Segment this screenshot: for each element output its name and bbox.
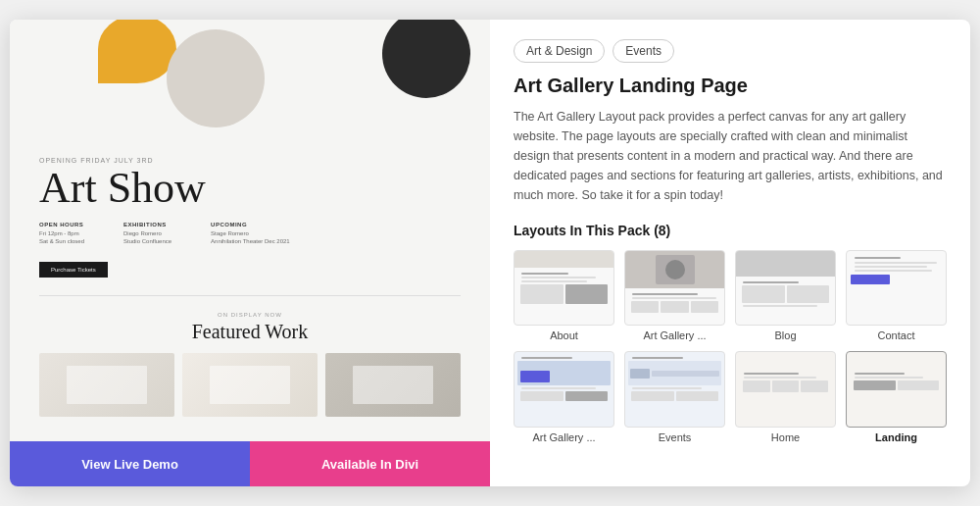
layout-label-contact: Contact <box>878 329 915 341</box>
shape-gray <box>167 29 265 127</box>
gallery-thumb-3 <box>325 353 461 417</box>
on-display-text: On Display Now <box>39 312 461 318</box>
open-hours-col: Open Hours Fri 12pm - 8pmSat & Sun close… <box>39 222 84 246</box>
layout-label-landing: Landing <box>875 431 917 443</box>
art-show-title: Art Show <box>39 167 461 210</box>
view-live-demo-button[interactable]: View Live Demo <box>10 441 250 486</box>
layout-thumb-blog <box>735 250 836 326</box>
featured-section: On Display Now Featured Work <box>10 304 490 425</box>
layout-thumb-events <box>624 351 725 427</box>
layout-item-home[interactable]: Home <box>735 351 836 442</box>
layout-thumb-artgallery1 <box>624 250 725 326</box>
art-show-meta: Open Hours Fri 12pm - 8pmSat & Sun close… <box>39 222 461 246</box>
layout-thumb-contact <box>846 250 947 326</box>
tag-events[interactable]: Events <box>612 39 674 63</box>
layout-item-artgallery2[interactable]: Art Gallery ... <box>514 351 614 442</box>
modal-container: Opening Friday July 3rd Art Show Open Ho… <box>10 20 970 486</box>
layout-thumb-home <box>735 351 836 427</box>
shape-yellow <box>98 20 176 83</box>
layout-item-about[interactable]: About <box>514 250 614 341</box>
divider <box>39 295 461 296</box>
layouts-grid: About <box>514 250 947 443</box>
layout-label-artgallery1: Art Gallery ... <box>643 329 706 341</box>
open-hours-value: Fri 12pm - 8pmSat & Sun closed <box>39 229 84 246</box>
preview-area: Opening Friday July 3rd Art Show Open Ho… <box>10 20 490 441</box>
upcoming-value: Stage RomeroAnnihilation Theater Dec 202… <box>211 229 290 246</box>
layout-label-home: Home <box>771 431 800 443</box>
art-show-main: Opening Friday July 3rd Art Show Open Ho… <box>10 147 490 287</box>
layout-thumb-about <box>514 250 614 326</box>
purchase-tickets-button[interactable]: Purchase Tickets <box>39 262 108 278</box>
layout-item-contact[interactable]: Contact <box>846 250 947 341</box>
available-in-divi-button[interactable]: Available In Divi <box>250 441 490 486</box>
exhibitions-label: Exhibitions <box>123 222 172 228</box>
tags-row: Art & Design Events <box>514 39 947 63</box>
upcoming-col: Upcoming Stage RomeroAnnihilation Theate… <box>211 222 290 246</box>
exhibitions-value: Diego RomeroStudio Confluence <box>123 229 172 246</box>
layout-thumb-artgallery2 <box>514 351 614 427</box>
layout-item-blog[interactable]: Blog <box>735 250 836 341</box>
right-panel: Art & Design Events Art Gallery Landing … <box>490 20 970 486</box>
layouts-heading: Layouts In This Pack (8) <box>514 223 947 238</box>
featured-title: Featured Work <box>39 321 461 343</box>
layout-thumb-landing <box>846 351 947 427</box>
left-panel: Opening Friday July 3rd Art Show Open Ho… <box>10 20 490 486</box>
layout-label-blog: Blog <box>774 329 796 341</box>
gallery-thumb-1 <box>39 353 174 417</box>
gallery-images <box>39 353 461 417</box>
thumb-inner-3 <box>353 366 434 404</box>
layout-label-about: About <box>550 329 578 341</box>
thumb-inner-2 <box>210 366 291 404</box>
thumb-inner-1 <box>67 366 148 404</box>
preview-top <box>10 20 490 147</box>
tag-art-design[interactable]: Art & Design <box>514 39 605 63</box>
open-hours-label: Open Hours <box>39 222 84 228</box>
exhibitions-col: Exhibitions Diego RomeroStudio Confluenc… <box>123 222 172 246</box>
layout-label-events: Events <box>659 431 692 443</box>
description-text: The Art Gallery Layout pack provides a p… <box>514 107 947 205</box>
upcoming-label: Upcoming <box>211 222 290 228</box>
layout-item-landing[interactable]: Landing <box>846 351 947 442</box>
layout-item-events[interactable]: Events <box>624 351 725 442</box>
shape-dark <box>382 20 470 98</box>
gallery-thumb-2 <box>182 353 318 417</box>
layout-label-artgallery2: Art Gallery ... <box>532 431 595 443</box>
art-show-preview: Opening Friday July 3rd Art Show Open Ho… <box>10 20 490 441</box>
page-title: Art Gallery Landing Page <box>514 75 947 97</box>
opening-text: Opening Friday July 3rd <box>39 157 461 164</box>
layout-item-artgallery1[interactable]: Art Gallery ... <box>624 250 725 341</box>
bottom-buttons: View Live Demo Available In Divi <box>10 441 490 486</box>
